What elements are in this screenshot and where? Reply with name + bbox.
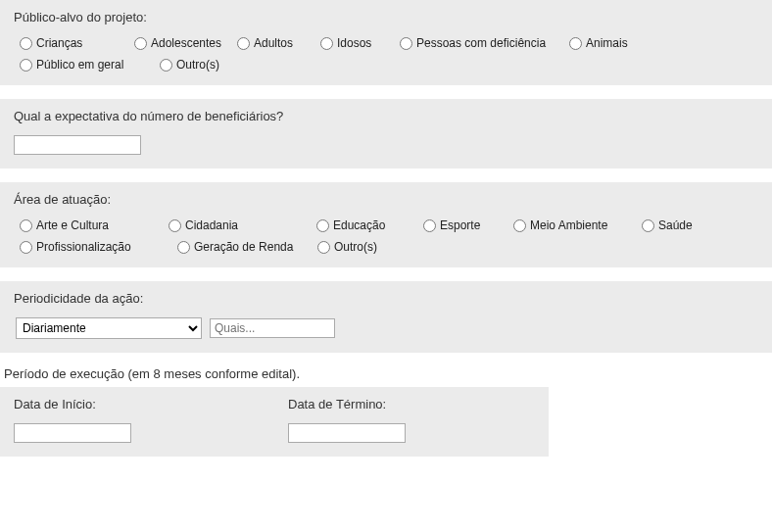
radio-profissionalizacao[interactable]: Profissionalização [20, 240, 173, 254]
section-expectativa: Qual a expectativa do número de benefici… [0, 99, 772, 169]
radio-label: Esporte [440, 218, 480, 232]
radio-label: Animais [586, 36, 628, 50]
radio-label: Arte e Cultura [36, 218, 109, 232]
radio-label: Idosos [337, 36, 371, 50]
data-termino-input[interactable] [288, 423, 406, 443]
radio-label: Crianças [36, 36, 82, 50]
radio-arte-cultura[interactable]: Arte e Cultura [20, 218, 165, 232]
radio-cidadania[interactable]: Cidadania [169, 218, 313, 232]
radio-label: Meio Ambiente [530, 218, 607, 232]
radio-label: Geração de Renda [194, 240, 293, 254]
section-periodo-execucao: Data de Início: Data de Término: [0, 387, 772, 457]
periodicidade-quais-input[interactable] [210, 318, 335, 338]
radio-pessoas-deficiencia[interactable]: Pessoas com deficiência [400, 36, 565, 50]
radio-label: Público em geral [36, 58, 123, 72]
periodicidade-title: Periodicidade da ação: [14, 291, 758, 306]
publico-alvo-title: Público-alvo do projeto: [14, 10, 758, 24]
publico-alvo-options: Crianças Adolescentes Adultos Idosos Pes… [20, 36, 758, 72]
radio-label: Profissionalização [36, 240, 131, 254]
radio-criancas[interactable]: Crianças [20, 36, 130, 50]
radio-label: Outro(s) [334, 240, 377, 254]
radio-esporte[interactable]: Esporte [423, 218, 509, 232]
radio-publico-geral[interactable]: Público em geral [20, 58, 156, 72]
area-atuacao-options: Arte e Cultura Cidadania Educação Esport… [20, 218, 758, 254]
data-inicio-label: Data de Início: [14, 397, 261, 411]
area-atuacao-title: Área de atuação: [14, 192, 758, 207]
data-inicio-input[interactable] [14, 423, 131, 443]
expectativa-title: Qual a expectativa do número de benefici… [14, 109, 758, 123]
section-periodicidade: Periodicidade da ação: Diariamente [0, 281, 772, 353]
data-termino-block: Data de Término: [274, 387, 549, 457]
radio-label: Saúde [658, 218, 693, 232]
radio-outros-area[interactable]: Outro(s) [317, 240, 396, 254]
radio-saude[interactable]: Saúde [642, 218, 720, 232]
data-termino-label: Data de Término: [288, 397, 535, 411]
expectativa-input[interactable] [14, 135, 141, 155]
periodicidade-select[interactable]: Diariamente [16, 317, 202, 339]
radio-adultos[interactable]: Adultos [237, 36, 316, 50]
radio-adolescentes[interactable]: Adolescentes [134, 36, 233, 50]
section-area-atuacao: Área de atuação: Arte e Cultura Cidadani… [0, 182, 772, 267]
section-publico-alvo: Público-alvo do projeto: Crianças Adoles… [0, 0, 772, 85]
radio-label: Adolescentes [151, 36, 221, 50]
periodicidade-controls: Diariamente [16, 317, 758, 339]
radio-label: Outro(s) [176, 58, 219, 72]
radio-idosos[interactable]: Idosos [320, 36, 396, 50]
data-inicio-block: Data de Início: [0, 387, 274, 457]
periodo-execucao-title: Período de execução (em 8 meses conforme… [0, 366, 772, 381]
radio-label: Educação [333, 218, 385, 232]
radio-label: Adultos [254, 36, 293, 50]
radio-label: Cidadania [185, 218, 238, 232]
radio-educacao[interactable]: Educação [316, 218, 419, 232]
radio-geracao-renda[interactable]: Geração de Renda [177, 240, 314, 254]
radio-animais[interactable]: Animais [569, 36, 667, 50]
radio-meio-ambiente[interactable]: Meio Ambiente [513, 218, 638, 232]
radio-label: Pessoas com deficiência [416, 36, 546, 50]
radio-outros-publico[interactable]: Outro(s) [160, 58, 258, 72]
